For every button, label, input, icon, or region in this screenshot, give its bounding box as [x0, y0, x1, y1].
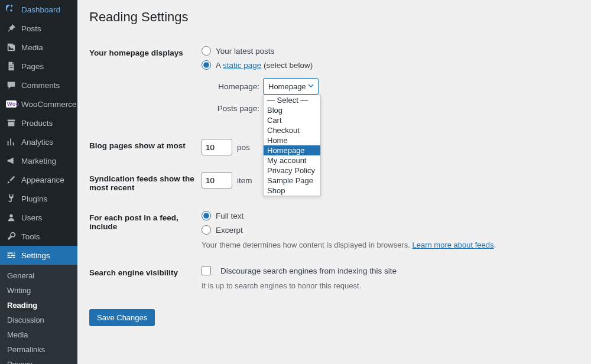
blog-pages-input[interactable] [202, 139, 232, 155]
submenu-item-privacy[interactable]: Privacy [0, 357, 77, 364]
submenu-item-general[interactable]: General [0, 268, 77, 283]
svg-point-0 [10, 9, 12, 12]
radio-full-text[interactable] [202, 211, 211, 220]
dropdown-option[interactable]: Homepage [264, 145, 320, 155]
brush-icon [6, 174, 17, 185]
search-description: It is up to search engines to honor this… [202, 281, 573, 290]
latest-posts-label: Your latest posts [216, 47, 274, 56]
menu-item-label: Pages [21, 62, 44, 71]
comment-icon [6, 80, 17, 90]
submenu-item-writing[interactable]: Writing [0, 283, 77, 298]
syndication-suffix: item [237, 176, 252, 185]
menu-item-comments[interactable]: Comments [0, 76, 77, 95]
media-icon [6, 42, 17, 53]
menu-item-woocommerce[interactable]: WooWooCommerce [0, 95, 77, 113]
learn-more-feeds-link[interactable]: Learn more about feeds [412, 240, 493, 249]
excerpt-label: Excerpt [216, 226, 243, 235]
menu-item-label: Comments [21, 81, 60, 90]
wrench-icon [6, 231, 17, 242]
user-icon [6, 212, 17, 223]
dropdown-option[interactable]: Checkout [264, 125, 320, 135]
menu-item-label: Users [21, 213, 42, 222]
menu-item-label: Marketing [21, 157, 56, 165]
main-content: Reading Settings Your homepage displays … [77, 0, 591, 364]
homepage-dropdown[interactable]: — Select —BlogCartCheckoutHomeHomepageMy… [263, 95, 321, 196]
submenu-item-reading[interactable]: Reading [0, 298, 77, 313]
dropdown-option[interactable]: Home [264, 135, 320, 145]
search-visibility-label: Search engine visibility [89, 258, 202, 298]
dropdown-option[interactable]: Cart [264, 115, 320, 125]
menu-item-label: Dashboard [21, 5, 60, 14]
menu-item-dashboard[interactable]: Dashboard [0, 0, 77, 19]
menu-item-appearance[interactable]: Appearance [0, 170, 77, 189]
submenu-item-discussion[interactable]: Discussion [0, 313, 77, 327]
static-page-link[interactable]: static page [223, 61, 261, 70]
svg-point-1 [9, 214, 12, 217]
plug-icon [6, 193, 17, 204]
sliders-icon [6, 250, 17, 261]
full-text-label: Full text [216, 212, 243, 220]
feed-description: Your theme determines how content is dis… [202, 240, 573, 249]
menu-item-marketing[interactable]: Marketing [0, 151, 77, 170]
radio-latest-posts[interactable] [202, 46, 211, 56]
menu-item-posts[interactable]: Posts [0, 19, 77, 38]
syndication-label: Syndication feeds show the most recent [89, 164, 202, 203]
discourage-label: Discourage search engines from indexing … [220, 266, 397, 275]
posts-page-select-label: Posts page: [210, 104, 259, 113]
admin-sidebar: DashboardPostsMediaPagesCommentsWooWooCo… [0, 0, 77, 364]
archive-icon [6, 118, 17, 128]
menu-item-label: Plugins [21, 194, 47, 203]
menu-item-label: Products [21, 119, 53, 128]
menu-item-analytics[interactable]: Analytics [0, 132, 77, 151]
homepage-select[interactable]: Homepage [263, 78, 319, 95]
homepage-select-label: Homepage: [210, 82, 259, 91]
menu-item-label: Media [21, 43, 43, 52]
radio-excerpt[interactable] [202, 225, 211, 235]
menu-item-label: Tools [21, 232, 40, 241]
megaphone-icon [6, 155, 17, 166]
menu-item-label: Analytics [21, 138, 53, 147]
menu-item-label: Settings [21, 251, 50, 260]
discourage-checkbox[interactable] [202, 266, 211, 275]
menu-item-media[interactable]: Media [0, 38, 77, 57]
static-page-label: A static page (select below) [216, 61, 313, 70]
dashboard-icon [6, 4, 17, 15]
dropdown-option[interactable]: Sample Page [264, 176, 320, 186]
feed-include-label: For each post in a feed, include [89, 203, 202, 258]
menu-item-label: WooCommerce [21, 100, 77, 109]
menu-item-label: Appearance [21, 176, 64, 184]
radio-static-page[interactable] [202, 60, 211, 70]
save-button[interactable]: Save Changes [89, 309, 155, 326]
dropdown-option[interactable]: Privacy Policy [264, 165, 320, 176]
menu-item-label: Posts [21, 24, 41, 33]
chevron-down-icon [307, 82, 314, 91]
woo-icon: Woo [6, 99, 17, 109]
homepage-displays-label: Your homepage displays [89, 38, 202, 131]
page-icon [6, 61, 17, 72]
menu-item-plugins[interactable]: Plugins [0, 189, 77, 208]
dropdown-option[interactable]: Shop [264, 186, 320, 196]
menu-item-tools[interactable]: Tools [0, 227, 77, 246]
menu-item-products[interactable]: Products [0, 113, 77, 132]
menu-item-users[interactable]: Users [0, 208, 77, 227]
dropdown-option[interactable]: My account [264, 155, 320, 165]
menu-item-settings[interactable]: Settings [0, 246, 77, 265]
blog-pages-suffix: pos [237, 143, 250, 152]
dropdown-option[interactable]: Blog [264, 105, 320, 115]
submenu-item-permalinks[interactable]: Permalinks [0, 342, 77, 357]
dropdown-option[interactable]: — Select — [264, 95, 320, 105]
submenu-item-media[interactable]: Media [0, 327, 77, 342]
blog-pages-label: Blog pages show at most [89, 131, 202, 164]
page-title: Reading Settings [89, 9, 579, 25]
chart-icon [6, 136, 17, 147]
pin-icon [6, 23, 17, 34]
syndication-input[interactable] [202, 172, 232, 188]
menu-item-pages[interactable]: Pages [0, 57, 77, 76]
